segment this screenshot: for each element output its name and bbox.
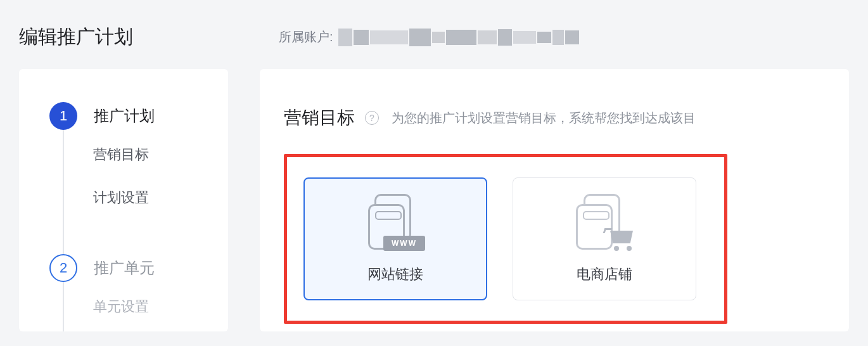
section-header: 营销目标 ? 为您的推广计划设置营销目标，系统帮您找到达成该目 [284, 106, 849, 130]
option-label: 网站链接 [367, 265, 423, 284]
step-number-badge: 1 [49, 102, 77, 130]
step-label: 推广计划 [94, 106, 155, 126]
option-ecommerce-shop[interactable]: 电商店铺 [513, 177, 696, 300]
section-description: 为您的推广计划设置营销目标，系统帮您找到达成该目 [392, 110, 696, 127]
main-panel: 营销目标 ? 为您的推广计划设置营销目标，系统帮您找到达成该目 WWW 网站链接 [260, 69, 849, 331]
step-plan-substeps: 营销目标 计划设置 [63, 130, 213, 222]
substep-plan-settings[interactable]: 计划设置 [93, 188, 149, 207]
page-header: 编辑推广计划 所属账户: [0, 0, 868, 69]
substep-unit-settings[interactable]: 单元设置 [93, 297, 149, 316]
page-title: 编辑推广计划 [19, 24, 133, 50]
help-icon[interactable]: ? [365, 111, 379, 125]
substep-marketing-goal[interactable]: 营销目标 [93, 145, 149, 164]
step-plan[interactable]: 1 推广计划 [49, 102, 213, 130]
account-label: 所属账户: [279, 29, 333, 46]
marketing-goal-options-highlight: WWW 网站链接 电商店铺 [284, 154, 727, 324]
step-connector [63, 222, 64, 254]
option-label: 电商店铺 [577, 265, 632, 284]
step-label: 推广单元 [94, 258, 155, 278]
option-website-link[interactable]: WWW 网站链接 [303, 177, 487, 300]
step-unit[interactable]: 2 推广单元 [49, 254, 213, 282]
account-info: 所属账户: [279, 29, 579, 46]
step-unit-substeps: 单元设置 [63, 282, 213, 331]
step-number-badge: 2 [49, 254, 77, 282]
section-title: 营销目标 [284, 106, 355, 130]
website-link-icon: WWW [368, 194, 423, 250]
www-badge: WWW [383, 236, 425, 251]
ecommerce-shop-icon [576, 194, 633, 250]
steps-sidebar: 1 推广计划 营销目标 计划设置 2 推广单元 单元设置 [19, 69, 228, 331]
account-value-obscured [338, 29, 579, 46]
